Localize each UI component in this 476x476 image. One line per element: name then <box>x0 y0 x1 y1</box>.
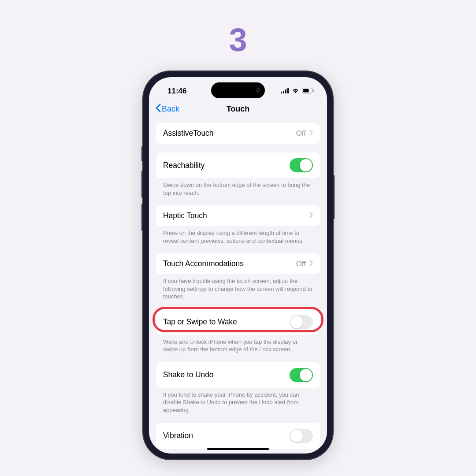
footer-text: If you have trouble using the touch scre… <box>156 274 320 301</box>
wifi-icon <box>292 87 299 96</box>
phone-side-button <box>141 204 143 231</box>
chevron-right-icon <box>309 130 313 138</box>
page-title: Touch <box>227 104 250 114</box>
camera-dot-icon <box>256 88 260 93</box>
row-label: Touch Accommodations <box>163 259 244 268</box>
footer-text: Press on the display using a different l… <box>156 226 320 245</box>
svg-rect-1 <box>283 91 284 93</box>
chevron-right-icon <box>309 260 313 268</box>
row-label: Tap or Swipe to Wake <box>163 317 237 327</box>
row-haptic-touch[interactable]: Haptic Touch <box>156 205 320 226</box>
phone-screen: 11:46 Back Touch <box>149 77 327 454</box>
phone-side-button <box>141 146 143 161</box>
row-label: Reachability <box>163 161 205 170</box>
back-button[interactable]: Back <box>155 104 179 115</box>
footer-text: Wake and unlock iPhone when you tap the … <box>156 335 320 353</box>
row-label: Vibration <box>163 431 193 440</box>
toggle-reachability[interactable] <box>290 158 313 172</box>
phone-side-button <box>141 171 143 198</box>
row-label: Haptic Touch <box>163 211 207 220</box>
dynamic-island <box>211 82 265 98</box>
phone-side-button <box>333 175 335 219</box>
row-reachability[interactable]: Reachability <box>156 152 320 178</box>
battery-icon <box>302 87 314 96</box>
home-indicator[interactable] <box>207 448 269 450</box>
back-label: Back <box>162 104 179 114</box>
nav-bar: Back Touch <box>149 99 327 119</box>
chevron-left-icon <box>155 104 161 115</box>
row-shake-undo[interactable]: Shake to Undo <box>156 362 320 388</box>
toggle-tap-swipe-wake[interactable] <box>290 315 313 329</box>
row-tap-swipe-wake[interactable]: Tap or Swipe to Wake <box>156 309 320 335</box>
toggle-shake-undo[interactable] <box>290 368 313 382</box>
footer-text: If you tend to shake your iPhone by acci… <box>156 388 320 414</box>
footer-text: Swipe down on the bottom edge of the scr… <box>156 178 320 197</box>
row-label: Shake to Undo <box>163 370 213 379</box>
toggle-vibration[interactable] <box>290 429 313 443</box>
svg-rect-5 <box>303 89 309 93</box>
svg-rect-0 <box>281 92 282 93</box>
svg-rect-2 <box>285 89 286 93</box>
cellular-icon <box>281 87 289 96</box>
row-touch-accommodations[interactable]: Touch Accommodations Off <box>156 253 320 274</box>
svg-rect-3 <box>287 88 289 93</box>
row-vibration[interactable]: Vibration <box>156 423 320 449</box>
chevron-right-icon <box>309 212 313 220</box>
svg-rect-6 <box>313 89 314 92</box>
status-time: 11:46 <box>167 87 186 96</box>
row-value: Off <box>296 260 306 268</box>
phone-frame: 11:46 Back Touch <box>143 71 333 459</box>
row-label: AssistiveTouch <box>163 129 213 138</box>
step-number-badge: 3 <box>229 21 247 59</box>
row-value: Off <box>296 129 306 138</box>
row-assistivetouch[interactable]: AssistiveTouch Off <box>156 123 320 144</box>
